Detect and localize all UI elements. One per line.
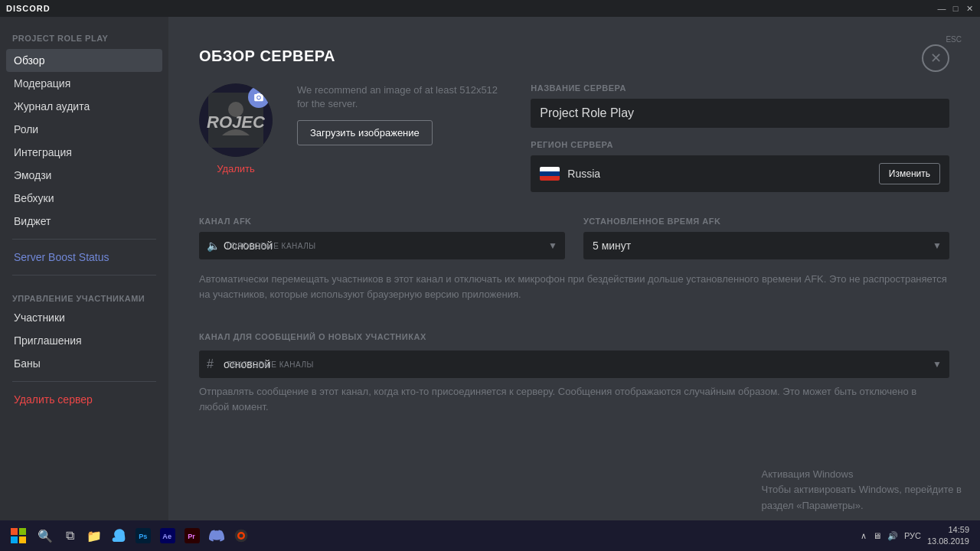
- divider-1: [12, 239, 156, 240]
- delete-image-link[interactable]: Удалить: [217, 163, 255, 174]
- ae-icon[interactable]: Ae: [156, 524, 179, 547]
- system-channel-section: КАНАЛ ДЛЯ СООБЩЕНИЙ О НОВЫХ УЧАСТНИКАХ #…: [199, 320, 949, 414]
- server-name-label: НАЗВАНИЕ СЕРВЕРА: [531, 83, 949, 93]
- nav-item-integration[interactable]: Интеграция: [6, 141, 162, 164]
- nav-item-boost[interactable]: Server Boost Status: [6, 246, 162, 269]
- taskbar-clock: 14:59 13.08.2019: [927, 524, 969, 548]
- svg-text:Ps: Ps: [139, 533, 147, 540]
- svg-rect-7: [11, 536, 18, 543]
- server-avatar[interactable]: ROJEC: [199, 83, 273, 157]
- maximize-button[interactable]: □: [951, 4, 960, 13]
- region-label: РЕГИОН СЕРВЕРА: [531, 140, 949, 149]
- server-name-heading: PROJECT ROLE PLAY: [6, 29, 162, 47]
- nav-item-invites[interactable]: Приглашения: [6, 329, 162, 352]
- afk-channel-select[interactable]: Основной: [199, 232, 565, 259]
- start-button[interactable]: [5, 522, 32, 549]
- activation-line1: Активация Windows: [762, 467, 962, 483]
- upload-overlay-icon[interactable]: [248, 86, 270, 108]
- hash-icon: #: [207, 357, 214, 371]
- activation-line2: Чтобы активировать Windows, перейдите в: [762, 482, 962, 498]
- afk-time-select[interactable]: 5 минут 1 минута 15 минут 30 минут 1 час: [583, 232, 949, 259]
- afk-channel-select-wrapper: 🔈 Основной ГОЛОСОВЫЕ КАНАЛЫ ▼: [199, 232, 565, 259]
- afk-channel-group: КАНАЛ AFK 🔈 Основной ГОЛОСОВЫЕ КАНАЛЫ ▼: [199, 217, 565, 259]
- afk-timeout-group: УСТАНОВЛЕННОЕ ВРЕМЯ AFK 5 минут 1 минута…: [583, 217, 949, 259]
- chevron-up-icon[interactable]: ∧: [861, 531, 867, 541]
- obs-icon[interactable]: [230, 524, 253, 547]
- esc-label: ESC: [946, 35, 962, 44]
- svg-point-17: [240, 534, 243, 538]
- svg-text:Pr: Pr: [188, 533, 195, 540]
- main-content: ✕ ESC ОБЗОР СЕРВЕРА ROJEC: [168, 17, 980, 551]
- search-taskbar-icon[interactable]: 🔍: [34, 524, 57, 547]
- photoshop-icon[interactable]: Ps: [132, 524, 155, 547]
- svg-point-3: [228, 102, 243, 117]
- obs-studio-icon: [234, 528, 249, 543]
- image-info: We recommend an image of at least 512x51…: [297, 83, 506, 145]
- nav-item-bans[interactable]: Баны: [6, 352, 162, 375]
- discord-taskbar-icon[interactable]: [205, 524, 228, 547]
- title-bar: DISCORD — □ ✕: [0, 0, 980, 17]
- change-region-button[interactable]: Изменить: [879, 163, 940, 184]
- taskbar-time-value: 14:59: [927, 524, 969, 536]
- nav-item-delete-server[interactable]: Удалить сервер: [6, 388, 162, 411]
- flag-red: [540, 176, 560, 181]
- edge-icon[interactable]: [107, 524, 130, 547]
- afk-form-row: КАНАЛ AFK 🔈 Основной ГОЛОСОВЫЕ КАНАЛЫ ▼ …: [199, 217, 949, 259]
- close-icon: ✕: [930, 50, 942, 67]
- taskbar-right-area: ∧ 🖥 🔊 РУС 14:59 13.08.2019: [861, 524, 975, 548]
- server-name-input[interactable]: [531, 99, 949, 128]
- svg-rect-6: [19, 528, 26, 535]
- overview-top-section: ROJEC Удалить: [199, 83, 949, 192]
- windows-logo-icon: [11, 528, 26, 543]
- nav-item-roles[interactable]: Роли: [6, 118, 162, 141]
- taskbar: 🔍 ⧉ 📁 Ps Ae Pr: [0, 520, 980, 551]
- upload-image-button[interactable]: Загрузить изображение: [297, 120, 433, 145]
- window-controls[interactable]: — □ ✕: [937, 4, 974, 13]
- system-channel-label: КАНАЛ ДЛЯ СООБЩЕНИЙ О НОВЫХ УЧАСТНИКАХ: [199, 320, 949, 341]
- network-icon: 🖥: [873, 531, 881, 540]
- camera-icon: [253, 92, 264, 103]
- edge-browser-icon: [111, 528, 126, 543]
- nav-item-webhooks[interactable]: Вебхуки: [6, 187, 162, 210]
- afk-time-select-wrapper: 5 минут 1 минута 15 минут 30 минут 1 час…: [583, 232, 949, 259]
- divider-3: [12, 381, 156, 382]
- image-recommendation-text: We recommend an image of at least 512x51…: [297, 83, 506, 111]
- explorer-icon[interactable]: 📁: [83, 524, 106, 547]
- discord-icon: [209, 528, 224, 543]
- close-area: ✕ ESC: [946, 32, 962, 44]
- system-channel-hint: Отправлять сообщение в этот канал, когда…: [199, 384, 949, 414]
- page-title: ОБЗОР СЕРВЕРА: [199, 47, 949, 65]
- pr-icon[interactable]: Pr: [181, 524, 204, 547]
- divider-2: [12, 275, 156, 276]
- nav-item-emoji[interactable]: Эмодзи: [6, 164, 162, 187]
- system-channel-select-wrapper: # основной ТЕКСТОВЫЕ КАНАЛЫ ▼: [199, 350, 949, 378]
- members-section-header: УПРАВЛЕНИЕ УЧАСТНИКАМИ: [6, 282, 162, 306]
- premiere-icon: Pr: [185, 528, 200, 543]
- server-icon-area: ROJEC Удалить: [199, 83, 273, 174]
- svg-rect-5: [11, 528, 18, 535]
- settings-sidebar: PROJECT ROLE PLAY Обзор Модерация Журнал…: [0, 17, 168, 551]
- nav-item-members[interactable]: Участники: [6, 306, 162, 329]
- afk-section: КАНАЛ AFK 🔈 Основной ГОЛОСОВЫЕ КАНАЛЫ ▼ …: [199, 217, 949, 302]
- svg-rect-8: [19, 536, 26, 543]
- region-row: Russia Изменить: [531, 155, 949, 192]
- nav-item-audit[interactable]: Журнал аудита: [6, 95, 162, 118]
- close-button[interactable]: ✕: [922, 44, 949, 72]
- nav-item-overview[interactable]: Обзор: [6, 49, 162, 72]
- app-layout: PROJECT ROLE PLAY Обзор Модерация Журнал…: [0, 17, 980, 551]
- lang-indicator: РУС: [904, 531, 921, 540]
- ps-icon: Ps: [136, 528, 151, 543]
- afk-channel-label: КАНАЛ AFK: [199, 217, 565, 226]
- afk-time-label: УСТАНОВЛЕННОЕ ВРЕМЯ AFK: [583, 217, 949, 226]
- close-window-button[interactable]: ✕: [965, 4, 974, 13]
- system-channel-select[interactable]: основной: [199, 350, 949, 378]
- nav-item-widget[interactable]: Виджет: [6, 210, 162, 233]
- region-name: Russia: [567, 168, 879, 180]
- after-effects-icon: Ae: [160, 528, 175, 543]
- svg-point-4: [257, 96, 260, 99]
- task-view-icon[interactable]: ⧉: [58, 524, 81, 547]
- minimize-button[interactable]: —: [937, 4, 946, 13]
- taskbar-date-value: 13.08.2019: [927, 536, 969, 547]
- nav-item-moderation[interactable]: Модерация: [6, 72, 162, 95]
- svg-text:Ae: Ae: [162, 533, 172, 540]
